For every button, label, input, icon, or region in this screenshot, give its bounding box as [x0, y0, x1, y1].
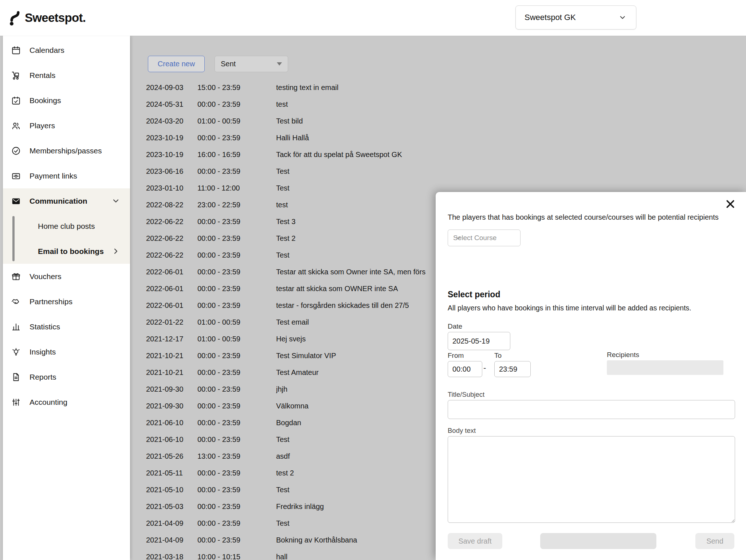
email-date: 2022-08-22 [146, 201, 197, 209]
unlabeled-disabled-button[interactable] [540, 533, 656, 549]
email-row[interactable]: 2024-05-31 00:00 - 23:59 test [130, 96, 746, 113]
sidebar-item-players[interactable]: Players [3, 113, 130, 138]
save-draft-button[interactable]: Save draft [448, 533, 502, 549]
send-button[interactable]: Send [695, 533, 734, 549]
email-time: 10:00 - 10:15 [197, 553, 276, 560]
email-time: 01:00 - 00:59 [197, 117, 276, 125]
body-text-input[interactable] [448, 436, 735, 523]
sidebar-item-label: Home club posts [38, 222, 95, 231]
select-course-dropdown[interactable]: Select Course [448, 230, 521, 246]
close-icon[interactable] [724, 198, 737, 210]
email-date: 2023-10-19 [146, 150, 197, 159]
sidebar-item-label: Partnerships [30, 297, 72, 306]
calendar-icon [11, 45, 21, 55]
sidebar-item-label: Players [30, 121, 55, 130]
email-date: 2022-06-22 [146, 234, 197, 243]
email-date: 2021-05-26 [146, 452, 197, 461]
email-time: 00:00 - 23:59 [197, 167, 276, 176]
date-input[interactable] [448, 332, 510, 350]
from-time-input[interactable] [448, 361, 482, 377]
sidebar-communication-group: Communication Home club posts Email to b… [3, 188, 130, 264]
email-date: 2021-12-17 [146, 335, 197, 343]
sidebar-item-label: Bookings [30, 96, 61, 105]
sidebar-item-vouchers[interactable]: Vouchers [3, 264, 130, 289]
sidebar-item-partnerships[interactable]: Partnerships [3, 289, 130, 314]
sidebar-item-email-to-bookings[interactable]: Email to bookings [3, 239, 130, 264]
sliders-icon [11, 397, 21, 407]
sidebar-item-rentals[interactable]: Rentals [3, 63, 130, 88]
email-time: 15:00 - 23:59 [197, 83, 276, 92]
title-subject-input[interactable] [448, 400, 735, 419]
email-time: 00:00 - 23:59 [197, 536, 276, 544]
dropdown-arrow-icon [277, 62, 282, 66]
sidebar-item-label: Email to bookings [38, 247, 104, 256]
email-date: 2021-03-18 [146, 553, 197, 560]
email-time: 00:00 - 23:59 [197, 435, 276, 444]
email-time: 01:00 - 00:59 [197, 335, 276, 343]
email-time: 00:00 - 23:59 [197, 134, 276, 142]
sidebar-item-home-club-posts[interactable]: Home club posts [3, 214, 130, 239]
email-time: 01:00 - 00:59 [197, 318, 276, 326]
select-period-title: Select period [448, 290, 500, 299]
email-time: 00:00 - 23:59 [197, 419, 276, 427]
toolbar: Create new Sent [148, 56, 288, 72]
recipients-field [607, 360, 723, 375]
email-row[interactable]: 2024-09-03 15:00 - 23:59 testing text in… [130, 79, 746, 96]
email-time: 13:00 - 23:59 [197, 452, 276, 461]
chevron-down-icon [617, 13, 627, 23]
people-icon [11, 121, 21, 130]
email-compose-drawer: The players that has bookings at selecte… [436, 192, 746, 560]
logo-text: Sweetspot. [25, 11, 86, 25]
email-time: 00:00 - 23:59 [197, 301, 276, 310]
date-label: Date [448, 322, 462, 330]
sidebar-item-insights[interactable]: Insights [3, 339, 130, 364]
email-time: 23:00 - 22:59 [197, 201, 276, 209]
payment-card-icon [11, 171, 21, 181]
sidebar-item-communication[interactable]: Communication [3, 188, 130, 214]
email-time: 16:00 - 16:59 [197, 150, 276, 159]
email-date: 2024-05-31 [146, 100, 197, 109]
sidebar-item-label: Rentals [30, 71, 55, 80]
email-time: 00:00 - 23:59 [197, 100, 276, 109]
sidebar-item-label: Payment links [30, 172, 77, 180]
email-row[interactable]: 2023-10-19 16:00 - 16:59 Tack för att du… [130, 146, 746, 163]
sidebar-item-accounting[interactable]: Accounting [3, 389, 130, 415]
email-date: 2022-06-01 [146, 285, 197, 293]
email-date: 2023-10-19 [146, 134, 197, 142]
email-subject: Test [276, 184, 746, 192]
app-window: Sweetspot. Sweetspot GK Calendars Rental… [0, 0, 746, 560]
from-label: From [448, 352, 464, 360]
email-date: 2022-06-22 [146, 218, 197, 226]
email-row[interactable]: 2024-03-20 01:00 - 00:59 Test bild [130, 113, 746, 129]
sidebar-item-label: Vouchers [30, 272, 62, 281]
sidebar-item-memberships[interactable]: Memberships/passes [3, 138, 130, 163]
sidebar-item-bookings[interactable]: Bookings [3, 88, 130, 113]
sidebar-item-payment-links[interactable]: Payment links [3, 163, 130, 188]
email-time: 00:00 - 23:59 [197, 218, 276, 226]
calendar-check-icon [11, 95, 21, 105]
email-date: 2021-06-10 [146, 419, 197, 427]
sidebar-item-statistics[interactable]: Statistics [3, 314, 130, 339]
sidebar-item-reports[interactable]: Reports [3, 364, 130, 389]
sidebar-item-calendars[interactable]: Calendars [3, 38, 130, 63]
to-time-input[interactable] [494, 361, 531, 377]
email-time: 00:00 - 23:59 [197, 469, 276, 477]
email-time: 00:00 - 23:59 [197, 285, 276, 293]
lightbulb-icon [11, 347, 21, 357]
status-filter-dropdown[interactable]: Sent [215, 56, 288, 72]
email-time: 00:00 - 23:59 [197, 234, 276, 243]
club-selector-dropdown[interactable]: Sweetspot GK [515, 5, 636, 30]
email-date: 2023-01-10 [146, 184, 197, 192]
email-row[interactable]: 2023-06-16 00:00 - 23:59 Test [130, 163, 746, 180]
email-row[interactable]: 2023-10-19 00:00 - 23:59 Halli Hallå [130, 129, 746, 146]
select-course-placeholder: Select Course [453, 234, 496, 242]
email-subject: test [276, 100, 746, 109]
handshake-icon [11, 297, 21, 306]
club-selector-value: Sweetspot GK [525, 13, 576, 22]
sidebar-item-label: Accounting [30, 398, 67, 407]
email-date: 2023-06-16 [146, 167, 197, 176]
create-new-button[interactable]: Create new [148, 56, 205, 72]
email-date: 2021-05-11 [146, 469, 197, 477]
email-subject: Test bild [276, 117, 746, 125]
email-date: 2024-09-03 [146, 83, 197, 92]
